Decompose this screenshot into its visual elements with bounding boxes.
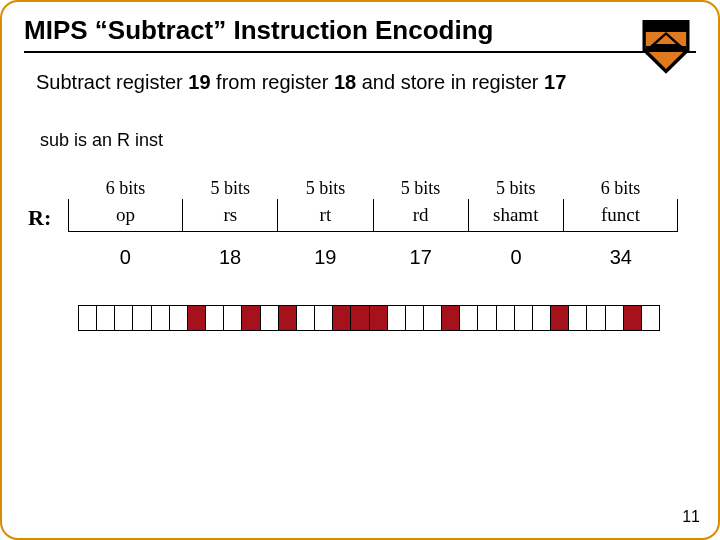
bit-cell	[97, 306, 115, 330]
field-name-funct: funct	[563, 199, 677, 232]
bit-cell	[606, 306, 624, 330]
field-width-shamt: 5 bits	[468, 173, 563, 199]
bit-cell	[424, 306, 442, 330]
r-format-table: R: 6 bits 5 bits 5 bits 5 bits 5 bits 6 …	[24, 173, 696, 232]
field-value-rt: 19	[278, 246, 373, 269]
field-name-rs: rs	[183, 199, 278, 232]
bit-cell	[333, 306, 351, 330]
r-label: R:	[28, 205, 51, 231]
binary-bit-strip	[78, 305, 660, 331]
bit-cell	[297, 306, 315, 330]
expl-text: and store in register	[356, 71, 544, 93]
field-value-funct: 34	[564, 246, 678, 269]
field-name-shamt: shamt	[468, 199, 563, 232]
instruction-explanation: Subtract register 19 from register 18 an…	[36, 71, 696, 94]
bit-cell	[642, 306, 659, 330]
field-name-rd: rd	[373, 199, 468, 232]
bit-cell	[170, 306, 188, 330]
expl-reg-18: 18	[334, 71, 356, 93]
field-width-rd: 5 bits	[373, 173, 468, 199]
bit-cell	[351, 306, 369, 330]
bit-cell	[188, 306, 206, 330]
expl-text: Subtract register	[36, 71, 188, 93]
bit-cell	[406, 306, 424, 330]
bit-cell	[115, 306, 133, 330]
bit-cell	[261, 306, 279, 330]
slide-frame: MIPS “Subtract” Instruction Encoding Sub…	[0, 0, 720, 540]
field-value-op: 0	[68, 246, 182, 269]
bit-cell	[569, 306, 587, 330]
instruction-type-note: sub is an R inst	[40, 130, 696, 151]
bit-cell	[587, 306, 605, 330]
bit-cell	[551, 306, 569, 330]
field-width-rt: 5 bits	[278, 173, 373, 199]
field-value-rd: 17	[373, 246, 468, 269]
bit-cell	[242, 306, 260, 330]
expl-text: from register	[211, 71, 334, 93]
bit-cell	[152, 306, 170, 330]
princeton-shield-icon	[638, 20, 694, 76]
bit-cell	[315, 306, 333, 330]
title-underline	[24, 51, 696, 53]
field-width-funct: 6 bits	[563, 173, 677, 199]
field-values-row: 0 18 19 17 0 34	[24, 246, 678, 269]
bit-cell	[133, 306, 151, 330]
field-value-rs: 18	[182, 246, 277, 269]
bit-cell	[279, 306, 297, 330]
field-value-shamt: 0	[468, 246, 563, 269]
bit-cell	[370, 306, 388, 330]
bit-cell	[478, 306, 496, 330]
bit-cell	[79, 306, 97, 330]
page-number: 11	[682, 508, 700, 526]
bit-cell	[624, 306, 642, 330]
field-name-rt: rt	[278, 199, 373, 232]
bit-cell	[224, 306, 242, 330]
bit-cell	[460, 306, 478, 330]
field-width-op: 6 bits	[69, 173, 183, 199]
bit-cell	[497, 306, 515, 330]
bit-cell	[206, 306, 224, 330]
expl-reg-19: 19	[188, 71, 210, 93]
field-width-rs: 5 bits	[183, 173, 278, 199]
expl-reg-17: 17	[544, 71, 566, 93]
bit-cell	[533, 306, 551, 330]
bit-cell	[515, 306, 533, 330]
bit-cell	[442, 306, 460, 330]
bit-cell	[388, 306, 406, 330]
slide-title: MIPS “Subtract” Instruction Encoding	[24, 16, 696, 45]
field-name-op: op	[69, 199, 183, 232]
